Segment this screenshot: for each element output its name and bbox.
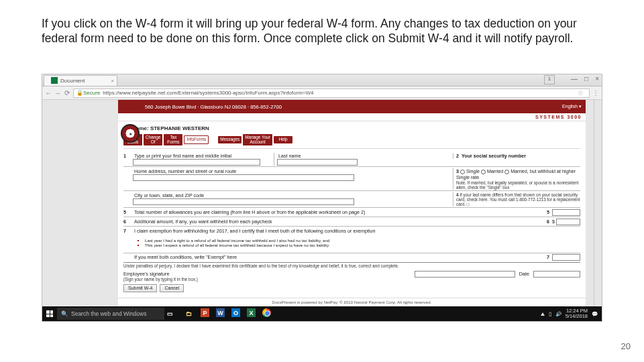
label-date: Date [519,271,529,282]
label-ssn: Your social security number [460,153,526,159]
start-button[interactable] [42,306,57,321]
reload-button[interactable]: ⟳ [64,89,70,97]
input-allowances[interactable] [552,209,580,216]
taskbar-search[interactable]: 🔍 Search the web and Windows [57,308,164,320]
file-explorer-icon[interactable]: 🗀 [183,308,194,319]
address-field[interactable]: 🔒 Secure https://www.netpaysite.net.com/… [73,88,590,98]
label-married: Married [487,168,503,174]
w4-form: 1 Type or print your first name and midd… [118,149,586,297]
network-icon[interactable]: ▯ [549,311,551,317]
box-num-7: 7 [544,254,552,260]
slide-instruction-text: If you click on the W-4 form it will bri… [42,16,602,46]
word-icon[interactable]: W [216,308,225,317]
slide-number: 20 [621,341,631,351]
close-tab-icon[interactable]: × [111,78,114,84]
box-num-6: 6 [544,219,552,225]
tab-info-forms[interactable]: InfoForms [184,135,209,144]
input-city-state-zip[interactable] [133,198,354,205]
windows-taskbar: 🔍 Search the web and Windows ▭ 🗀 P W O X… [42,306,602,321]
label-additional-amount: Additional amount, if any, you want with… [133,219,544,225]
menu-icon[interactable]: ⋮ [592,89,599,97]
label-home-address: Home address, number and street or rural… [133,168,364,174]
tray-date: 5/14/2018 [566,314,588,319]
label-ss-name-differs: If your last name differs from that show… [456,192,580,206]
excel-icon[interactable]: X [247,308,256,317]
notification-icon[interactable]: 💬 [592,311,598,317]
radio-married-high[interactable] [504,170,509,174]
tab-tax-forms[interactable]: Tax Forms [164,134,182,145]
input-last-name[interactable] [277,159,358,166]
search-placeholder: Search the web and Windows [71,310,146,317]
tab-messages[interactable]: Messages [218,136,241,143]
radio-single[interactable] [460,170,465,174]
welcome-line: Welcome: STEPHANIE WESTERN [118,121,586,133]
system-tray: ▯ 🔊 12:24 PM 5/14/2018 💬 [541,308,602,319]
label-single: Single [466,168,480,174]
language-selector[interactable]: English ▾ [562,104,582,109]
field-num-2: 2 [456,153,459,159]
sheets-icon [51,77,58,84]
field-num-6: 6 [123,219,133,225]
page-viewport: ★ 560 Joseph Bowe Blvd · Glassboro NJ 08… [42,100,602,321]
chrome-icon[interactable] [262,308,271,317]
close-window-button[interactable]: × [595,75,599,82]
input-first-name[interactable] [133,159,260,166]
minimize-button[interactable]: — [571,75,578,82]
tab-manage-account[interactable]: Manage Your Account [243,134,272,145]
input-signature[interactable] [415,271,515,278]
tab-change-of[interactable]: Change Of [144,134,162,145]
outlook-icon[interactable]: O [231,308,240,317]
right-margin [586,100,594,321]
bullet-exempt-2: This year I expect a refund of all feder… [145,243,329,247]
brand-bar: SYSTEMS 3000 [118,113,586,121]
volume-icon[interactable]: 🔊 [555,311,561,317]
radio-married[interactable] [481,170,486,174]
bullet-exempt-1: Last year I had a right to a refund of a… [145,238,329,243]
page-footer: DocsPresent is powered by NetPay. © 2013… [118,298,586,306]
hint-signature: (Sign your name by typing it in the box.… [123,277,411,282]
header-banner: 560 Joseph Bowe Blvd · Glassboro NJ 0802… [118,100,586,113]
maximize-button[interactable]: □ [584,75,588,82]
input-date[interactable] [533,271,580,278]
field-num-3: 3 [456,168,459,174]
back-button[interactable]: ← [45,89,52,97]
profile-badge[interactable]: 1 [544,75,555,84]
scrollbar[interactable] [594,100,602,321]
browser-tab-bar: Document × 1 — □ × [42,74,602,86]
task-view-icon[interactable]: ▭ [164,308,175,319]
field-num-1: 1 [123,153,133,159]
forward-button[interactable]: → [54,89,61,97]
browser-url-bar: ← → ⟳ 🔒 Secure https://www.netpaysite.ne… [42,86,602,100]
input-additional-amount[interactable] [556,219,580,225]
search-icon: 🔍 [61,310,68,317]
banner-address: 560 Joseph Bowe Blvd · Glassboro NJ 0802… [145,104,282,110]
url-text: https://www.netpaysite.net.com/External/… [103,90,313,96]
secure-label: Secure [83,90,100,96]
field-num-4: 4 [456,192,459,197]
input-home-address[interactable] [133,174,354,181]
box-num-5: 5 [544,209,552,215]
label-city-state-zip: City or town, state, and ZIP code [133,192,364,198]
field-num-7: 7 [123,228,133,234]
label-exemption: I claim exemption from withholding for 2… [133,228,580,234]
submit-w4-button[interactable]: Submit W-4 [123,284,157,292]
label-allowances: Total number of allowances you are claim… [133,209,544,215]
bookmark-star-icon[interactable]: ☆ [578,89,584,97]
dollar-sign: $ [552,219,555,225]
input-exempt[interactable] [552,254,580,261]
nav-tabs: Pay Stubs Change Of Tax Forms InfoForms … [118,133,586,148]
tab-help[interactable]: Help [274,136,292,143]
powerpoint-icon[interactable]: P [201,308,209,317]
label-signature: Employee's signature [123,271,411,277]
label-last-name: Last name [277,153,361,159]
embedded-screenshot: Document × 1 — □ × ← → ⟳ 🔒 Secure https:… [42,74,602,322]
lock-icon: 🔒 [76,90,83,96]
penalty-statement: Under penalties of perjury, I declare th… [123,263,580,268]
district-logo: ★ [121,124,140,143]
label-first-name: Type or print your first name and middle… [133,153,274,159]
cancel-button[interactable]: Cancel [160,284,184,292]
tab-title: Document [60,78,85,84]
browser-tab[interactable]: Document × [44,75,117,86]
note-filing-status: Note. If married, but legally separated,… [456,180,580,190]
tray-overflow-icon[interactable] [541,312,545,316]
